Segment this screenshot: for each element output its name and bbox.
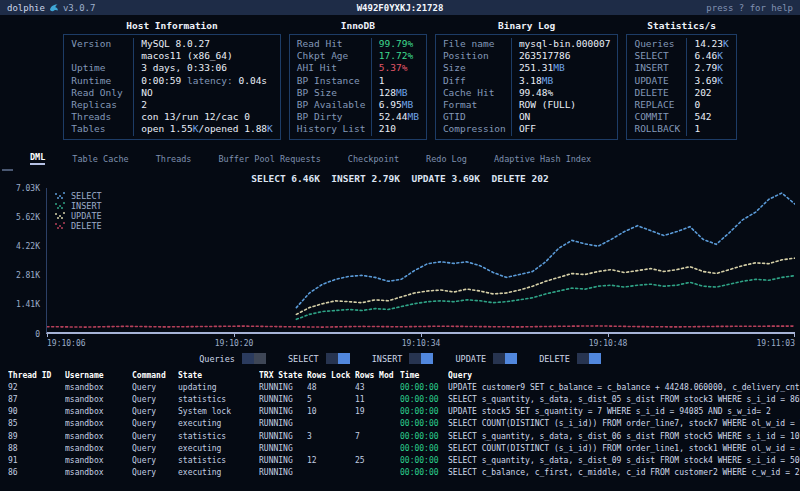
toggle-switch-update[interactable]: [493, 353, 517, 364]
toggle-track-right: [421, 353, 433, 364]
toggle-label: Queries: [199, 354, 235, 364]
cell-rows-mod: [355, 443, 400, 455]
processlist-body: 92msandboxQueryupdatingRUNNING484300:00:…: [0, 382, 800, 480]
toggle-group-delete: DELETE: [539, 353, 601, 364]
tab-table-cache[interactable]: Table Cache: [72, 154, 128, 164]
tab-adaptive-hash-index[interactable]: Adaptive Hash Index: [494, 154, 591, 164]
cell-state: statistics: [178, 455, 259, 467]
toggle-track-right: [589, 353, 601, 364]
panel-row: Tablesopen 1.55K/opened 1.88K: [71, 123, 273, 135]
panel-row-value: 1: [686, 123, 700, 135]
cell-query: SELECT COUNT(DISTINCT (s_i_id)) FROM ord…: [448, 418, 800, 430]
table-row[interactable]: 90msandboxQuerySystem lockRUNNING101900:…: [0, 406, 800, 418]
panel-row: Queries14.23K: [634, 38, 728, 50]
toggle-label: SELECT: [288, 354, 319, 364]
x-tick: [794, 334, 795, 337]
tab-buffer-pool-requests[interactable]: Buffer Pool Requests: [218, 154, 320, 164]
tab-redo-log[interactable]: Redo Log: [426, 154, 467, 164]
cell-username: msandbox: [65, 431, 132, 443]
cell-time: 00:00:00: [400, 394, 448, 406]
tab-threads[interactable]: Threads: [156, 154, 192, 164]
panel-row-label: INSERT: [634, 62, 686, 74]
table-row[interactable]: 91msandboxQuerystatisticsRUNNING122500:0…: [0, 455, 800, 467]
table-row[interactable]: 92msandboxQueryupdatingRUNNING484300:00:…: [0, 382, 800, 394]
toggle-switch-queries[interactable]: [242, 353, 266, 364]
table-row[interactable]: 85msandboxQueryexecutingRUNNING00:00:00S…: [0, 418, 800, 430]
cell-command: Query: [132, 394, 178, 406]
panel-row-label: Replicas: [71, 99, 133, 111]
legend-item-select: SELECT: [55, 191, 102, 201]
panel-row: File namemysql-bin.000007: [443, 38, 611, 50]
value-part: 14.23: [694, 38, 723, 49]
cell-rows-lock: 3: [307, 431, 355, 443]
table-row[interactable]: 89msandboxQuerystatisticsRUNNING3700:00:…: [0, 431, 800, 443]
tab-dml[interactable]: DML: [30, 152, 45, 165]
panel-row-value: 17.72%: [371, 50, 413, 62]
toggle-group-select: SELECT: [288, 353, 350, 364]
value-part: 6.46: [694, 50, 717, 61]
panel-row: FormatROW (FULL): [443, 99, 611, 111]
value-part: 5.37%: [379, 62, 408, 73]
value-part: 202: [694, 87, 711, 98]
value-part: 3.18: [519, 75, 542, 86]
x-tick-label: 19:10:34: [402, 339, 441, 348]
legend-label: SELECT: [71, 191, 102, 201]
panel-row-label: Size: [443, 62, 511, 74]
tab-checkpoint[interactable]: Checkpoint: [348, 154, 399, 164]
y-tick-label: 1.41K: [16, 300, 40, 309]
tab-scrollbar[interactable]: [2, 169, 13, 171]
panel-row-label: BP Dirty: [297, 111, 371, 123]
column-header-trx-state: TRX State: [259, 370, 307, 382]
panel-title: InnoDB: [289, 20, 427, 34]
value-part: K: [717, 62, 723, 73]
value-part: MB: [396, 87, 407, 98]
toggle-switch-delete[interactable]: [577, 353, 601, 364]
chart-legend: SELECTINSERTUPDATEDELETE: [55, 191, 102, 231]
help-hint: press ? for help: [706, 3, 793, 13]
panel-title: Statistics/s: [626, 20, 736, 34]
column-header-time: Time: [400, 370, 448, 382]
cell-trx-state: RUNNING: [259, 406, 307, 418]
app-name: dolphie: [7, 3, 45, 13]
cell-state: executing: [178, 443, 259, 455]
cell-command: Query: [132, 467, 178, 479]
panel-row-value: 5.37%: [371, 62, 408, 74]
x-tick-label: 19:10:48: [589, 339, 628, 348]
panel-row-value: 99.79%: [371, 38, 413, 50]
panel-row-value: OFF: [511, 123, 536, 135]
value-part: NO: [141, 87, 152, 98]
cell-query: UPDATE stock5 SET s_quantity = 7 WHERE s…: [448, 406, 800, 418]
value-part: 2.79: [694, 62, 717, 73]
table-row[interactable]: 87msandboxQuerystatisticsRUNNING51100:00…: [0, 394, 800, 406]
toggle-switch-insert[interactable]: [409, 353, 433, 364]
value-part: 0: [694, 99, 700, 110]
value-part: 0.04s: [238, 75, 267, 86]
panel-row-value: macos11 (x86_64): [133, 50, 233, 62]
column-header-query: Query: [448, 370, 800, 382]
series-select: [296, 193, 795, 308]
panel-row-label: Cache Hit: [443, 87, 511, 99]
panel-row: CompressionOFF: [443, 123, 611, 135]
dolphin-icon: [49, 3, 59, 13]
panel-row-label: Read Hit: [297, 38, 371, 50]
toggle-switch-select[interactable]: [326, 353, 350, 364]
legend-item-update: UPDATE: [55, 211, 102, 221]
toggle-track-right: [338, 353, 350, 364]
x-tick: [234, 334, 235, 337]
value-part: 17.72%: [379, 50, 413, 61]
cell-rows-lock: [307, 443, 355, 455]
cell-rows-mod: [355, 418, 400, 430]
value-part: 99.48%: [519, 87, 553, 98]
table-row[interactable]: 86msandboxQueryexecutingRUNNING00:00:00S…: [0, 467, 800, 479]
panel-row-value: 3.18MB: [511, 75, 553, 87]
panel-row: BP Size128MB: [297, 87, 419, 99]
panel-row-value: 542: [686, 111, 711, 123]
value-part: 2: [141, 99, 147, 110]
cell-thread-id: 90: [8, 406, 65, 418]
panel-row-label: Read Only: [71, 87, 133, 99]
value-part: 99.79%: [379, 38, 413, 49]
cell-time: 00:00:00: [400, 382, 448, 394]
column-header-thread-id: Thread ID: [8, 370, 65, 382]
table-row[interactable]: 88msandboxQueryexecutingRUNNING00:00:00S…: [0, 443, 800, 455]
panel-row-value: MySQL 8.0.27: [133, 38, 210, 50]
